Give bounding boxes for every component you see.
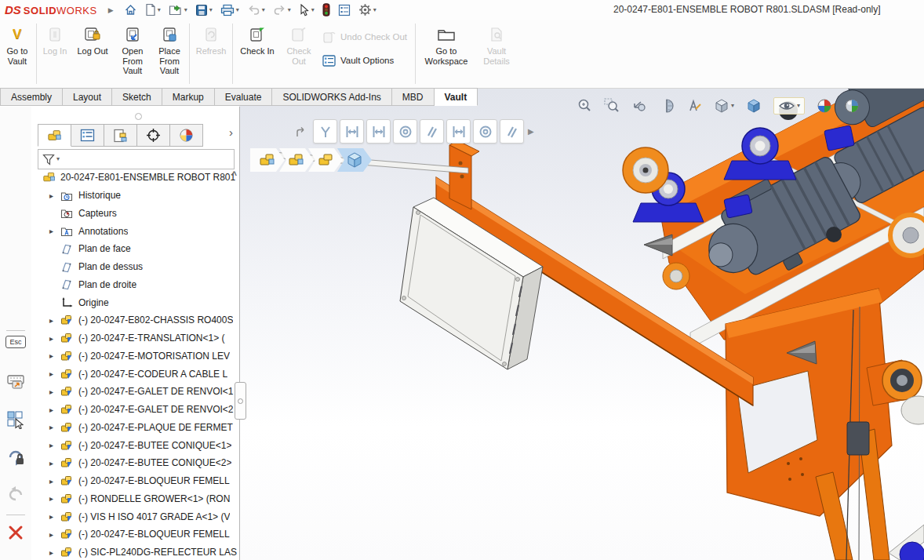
tree-item[interactable]: ▸ (-) 20-0247-E-MOTORISATION LEV [31,347,239,365]
panel-collapse-dot[interactable] [135,113,142,120]
width-mate-button[interactable] [340,119,364,144]
go-to-vault-button[interactable]: V Go to Vault [0,20,35,88]
tree-item[interactable]: Plan de droite [31,276,239,294]
expand-icon[interactable]: ▸ [49,227,60,235]
view-orientation-button[interactable]: ▾ [714,98,734,114]
previous-view-button[interactable] [631,98,647,114]
display-style-button[interactable] [746,98,762,114]
expand-icon[interactable]: ▸ [49,459,60,467]
expand-icon[interactable]: ▸ [49,494,60,503]
print-button[interactable]: ▾ [218,3,242,17]
tree-item[interactable]: ▸ Annotations [31,222,239,240]
undo-button[interactable]: ▾ [245,3,267,16]
tree-item[interactable]: ▸ (-) 20-0247-E-GALET DE RENVOI<1 [31,383,239,401]
dynamic-annotation-views-button[interactable] [686,98,702,114]
tree-item[interactable]: ▸ (-) 20-0247-E-BLOQUEUR FEMELL [31,472,239,490]
expand-icon[interactable]: ▸ [49,477,60,485]
hide-show-items-button[interactable]: ▾ [773,97,805,115]
expand-icon[interactable]: ▸ [49,548,60,557]
tab-layout[interactable]: Layout [63,88,112,106]
parallel-mate-button-2[interactable] [500,119,524,144]
expand-icon[interactable]: ▸ [49,530,60,539]
tab-sketch[interactable]: Sketch [112,88,162,106]
tree-item[interactable]: Origine [31,293,239,311]
panel-splitter-handle[interactable] [235,382,246,420]
more-mates-icon[interactable]: ▶ [528,127,534,136]
view-settings-button[interactable] [844,98,860,114]
tab-evaluate[interactable]: Evaluate [215,88,273,106]
tree-item[interactable]: ▸ (-) SIC-PL240DG-REFLECTEUR LAS [31,544,239,560]
tab-configuration-manager[interactable] [104,124,137,147]
hinge-mate-button[interactable] [313,119,337,144]
tab-markup[interactable]: Markup [162,88,215,106]
tree-item[interactable]: ▸ Historique [31,187,239,205]
tab-display-manager[interactable] [170,124,203,147]
esc-key-button[interactable]: Esc [5,336,25,348]
open-button[interactable]: ▾ [166,3,190,17]
undo-check-out-button[interactable]: Undo Check Out [322,27,407,46]
breadcrumb-assembly-root[interactable] [250,148,285,172]
refresh-button[interactable]: Refresh [191,20,231,88]
panel-more-icon[interactable]: › [229,125,233,139]
save-button[interactable]: ▾ [193,3,215,17]
tree-item[interactable]: ▸ (-) 20-0247-E-TRANSLATION<1> ( [31,329,239,347]
expand-icon[interactable]: ▸ [49,316,60,325]
tab-solidworks-add-ins[interactable]: SOLIDWORKS Add-Ins [272,88,391,106]
edit-appearance-button[interactable] [817,98,832,114]
tree-scroll-up-icon[interactable]: ^ [231,169,237,180]
expand-icon[interactable]: ▸ [49,387,60,396]
expand-icon[interactable]: ▸ [49,423,60,431]
section-view-button[interactable] [659,98,675,114]
graphics-viewport[interactable]: ▾ ▾ ▶ [239,89,924,560]
file-properties-button[interactable] [336,3,353,17]
rebuild-button[interactable] [320,2,333,17]
place-from-vault-button[interactable]: Place From Vault [151,20,187,88]
expand-icon[interactable]: ▸ [49,351,60,360]
distance-mate-button[interactable] [366,119,391,144]
redo-button[interactable]: ▾ [271,3,293,16]
rebuild-lock-button[interactable] [6,448,25,467]
tree-item[interactable]: ▸ (-) 20-0247-E-BLOQUEUR FEMELL [31,525,239,544]
select-button[interactable]: ▾ [296,3,317,17]
quick-selection-button[interactable] [6,410,25,429]
expand-icon[interactable]: ▸ [49,334,60,343]
tree-item[interactable]: Capteurs [31,205,239,223]
concentric-mate-button-2[interactable] [473,119,497,144]
check-in-button[interactable]: Check In [235,20,280,88]
go-to-workspace-button[interactable]: Go to Workspace [417,20,475,88]
open-from-vault-button[interactable]: Open From Vault [114,20,151,88]
vault-details-button[interactable]: Vault Details [475,20,518,88]
expand-icon[interactable]: ▸ [49,369,60,378]
tab-vault[interactable]: Vault [435,88,478,106]
expand-icon[interactable]: ▸ [49,405,60,414]
tree-filter-input[interactable]: ▾ [38,149,235,169]
log-out-button[interactable]: Log Out [71,20,114,88]
tree-item[interactable]: ▸ (-) RONDELLE GROWER<1> (RON [31,490,239,508]
expand-icon[interactable]: ▸ [49,441,60,449]
expand-icon[interactable]: ▸ [49,191,60,200]
log-in-button[interactable]: Log In [38,20,71,88]
shortcut-bar-button[interactable] [6,373,25,391]
options-button[interactable]: ▾ [356,2,379,17]
tree-item[interactable]: ▸ (-) 20-0247-E-BUTEE CONIQUE<1> [31,436,239,454]
tree-item[interactable]: ▸ (-) 20-0247-E-PLAQUE DE FERMET [31,419,239,437]
zoom-to-area-button[interactable] [604,98,620,114]
concentric-mate-button[interactable] [393,119,417,144]
tree-item[interactable]: Plan de dessus [31,258,239,276]
parallel-mate-button[interactable] [420,119,444,144]
new-document-button[interactable]: ▾ [143,2,163,17]
tree-item[interactable]: ▸ (-) 20-0247-E-CODEUR A CABLE L [31,365,239,383]
vault-options-button[interactable]: Vault Options [322,51,407,70]
menu-flyout-icon[interactable]: ▶ [108,6,114,14]
tree-item[interactable]: ▸ (-) VIS H ISO 4017 GRADE A<1> (V [31,507,239,525]
jump-arrow-icon[interactable] [295,125,307,138]
zoom-to-fit-button[interactable] [577,98,592,114]
tab-mbd[interactable]: MBD [392,88,435,106]
tab-property-manager[interactable] [71,124,104,147]
cancel-button[interactable] [7,524,24,541]
tab-assembly[interactable]: Assembly [0,88,63,106]
tree-root[interactable]: 20-0247-E801-ENSEMBLE ROBOT R801 [31,169,239,187]
tab-feature-tree[interactable] [38,124,71,147]
undo-button-disabled[interactable] [6,485,25,501]
expand-icon[interactable]: ▸ [49,512,60,521]
